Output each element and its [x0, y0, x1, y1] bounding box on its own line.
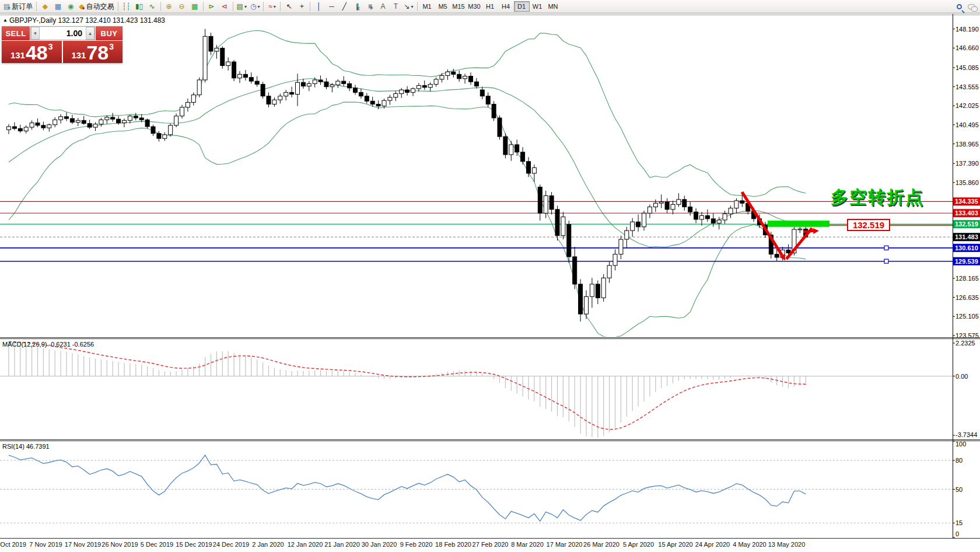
line-selection-handle[interactable] [884, 259, 888, 263]
main-toolbar: ▤+新订单◆▦◉◆●自动交易┆┆▮▯∿⊕⊖▦⊳⊲▤▾◷▾≈▾↖+│─╱∥E≡FA… [0, 0, 980, 13]
timeframe-w1[interactable]: W1 [530, 1, 545, 12]
zoom-in-button[interactable]: ⊕ [163, 1, 176, 12]
candle-body [480, 90, 484, 96]
candle-body [434, 79, 438, 85]
search-button[interactable] [957, 1, 962, 12]
timeframe-h1[interactable]: H1 [482, 1, 498, 12]
candle-body [354, 88, 358, 92]
sell-price-pips: 48 [26, 44, 48, 62]
date-tick-label: 18 Feb 2020 [435, 541, 471, 548]
auto-scroll-button[interactable]: ⊳ [205, 1, 218, 12]
crosshair-button[interactable]: + [295, 1, 308, 12]
green-highlight-zone[interactable] [768, 221, 830, 227]
macd-indicator-label: MACD(12,26,9) -0.6231 -0.6256 [2, 341, 94, 348]
bollinger-upper-band [9, 30, 806, 197]
buy-button[interactable]: BUY [96, 26, 123, 40]
periodicity-button[interactable]: ◷▾ [249, 1, 262, 12]
vline-button[interactable]: │ [312, 1, 325, 12]
turning-point-annotation[interactable]: 多空转折点 [831, 186, 924, 209]
chart-shift-button[interactable]: ⊲ [218, 1, 231, 12]
candle-body [313, 80, 317, 83]
timeframe-m1[interactable]: M1 [419, 1, 435, 12]
market-watch-button[interactable]: ◆ [38, 1, 51, 12]
community-button[interactable] [968, 1, 975, 12]
candle-body [255, 81, 259, 84]
sell-price-button[interactable]: 131483 [2, 41, 62, 63]
indicators-icon: ≈ [268, 3, 272, 10]
timeframe-m30[interactable]: M30 [467, 1, 482, 12]
hline-button[interactable]: ─ [325, 1, 338, 12]
data-window-button[interactable]: ▦ [51, 1, 64, 12]
arrows-icon: ↘ [404, 3, 410, 10]
macd-tick-label: -3.7344 [956, 431, 977, 438]
buy-price-base: 131 [71, 50, 86, 60]
candle-body [24, 127, 28, 131]
arrows-button[interactable]: ↘▾ [402, 1, 415, 12]
trend-arrow-line[interactable] [786, 228, 812, 259]
line-chart-button[interactable]: ∿ [146, 1, 159, 12]
price-badge-label: 130.610 [955, 244, 978, 251]
bar-chart-button[interactable]: ┆┆ [120, 1, 133, 12]
candle-body [290, 92, 294, 94]
new-order-button[interactable]: ▤+新订单 [2, 1, 34, 12]
collapse-panel-icon[interactable]: ▲ [3, 18, 8, 23]
volume-down-button[interactable]: ▼ [31, 27, 40, 40]
candle-body [336, 81, 340, 85]
candle-body [191, 95, 195, 103]
candle-body [469, 76, 473, 82]
date-tick-label: 2 Jan 2020 [252, 541, 284, 548]
chart-canvas[interactable]: 148.190146.660145.085143.555142.025140.4… [0, 14, 980, 552]
candle-body [723, 214, 727, 220]
tile-windows-button[interactable]: ▦ [188, 1, 201, 12]
candle-body [388, 97, 392, 100]
candle-body [498, 118, 502, 137]
trend-arrow-line[interactable] [803, 231, 813, 232]
candle-body [7, 127, 11, 130]
candle-body [330, 85, 334, 87]
price-label-box[interactable]: 132.519 [847, 219, 890, 231]
indicators-button[interactable]: ≈▾ [265, 1, 278, 12]
signals-button[interactable]: ◉ [64, 1, 77, 12]
fibonacci-button[interactable]: ≡F [363, 1, 376, 12]
candles [7, 29, 808, 321]
candle-body [648, 207, 652, 214]
cursor-icon: ↖ [286, 3, 292, 10]
price-tick-label: 143.555 [956, 83, 979, 90]
candle-body [400, 90, 404, 93]
timeframe-m5[interactable]: M5 [435, 1, 451, 12]
candle-body [625, 230, 629, 239]
price-tick-label: 146.660 [956, 44, 979, 51]
timeframe-m15[interactable]: M15 [451, 1, 467, 12]
magnifier-icon [957, 4, 962, 9]
new-chart-button[interactable]: ▤▾ [235, 1, 249, 12]
sell-button[interactable]: SELL [2, 26, 30, 40]
timeframe-mn[interactable]: MN [545, 1, 561, 12]
date-tick-label: 21 Jan 2020 [324, 541, 360, 548]
candles-icon: ▮▯ [135, 3, 143, 10]
zoom-out-button[interactable]: ⊖ [176, 1, 188, 12]
timeframe-h4[interactable]: H4 [498, 1, 514, 12]
candle-body [324, 82, 328, 87]
volume-up-button[interactable]: ▲ [86, 27, 94, 40]
cursor-button[interactable]: ↖ [282, 1, 295, 12]
channel-button[interactable]: ∥E [351, 1, 363, 12]
candle-body [734, 201, 738, 208]
candlestick-button[interactable]: ▮▯ [133, 1, 146, 12]
candle-body [226, 62, 230, 65]
candle-body [411, 89, 415, 92]
line-selection-handle[interactable] [884, 246, 888, 250]
chart-window: 148.190146.660145.085143.555142.025140.4… [0, 14, 980, 552]
candle-body [515, 145, 519, 152]
candle-body [145, 120, 149, 127]
text-button[interactable]: A [376, 1, 389, 12]
candle-body [422, 86, 426, 88]
buy-price-button[interactable]: 131783 [63, 41, 123, 63]
dropdown-caret-icon: ▾ [274, 4, 276, 9]
trendline-button[interactable]: ╱ [338, 1, 351, 12]
auto-scroll-icon: ⊳ [209, 3, 215, 10]
timeframe-d1[interactable]: D1 [514, 1, 530, 12]
auto-trading-button[interactable]: ◆●自动交易 [77, 1, 116, 12]
candle-body [238, 74, 242, 78]
label-button[interactable]: T [389, 1, 402, 12]
volume-input[interactable]: 1.00 [40, 27, 86, 40]
